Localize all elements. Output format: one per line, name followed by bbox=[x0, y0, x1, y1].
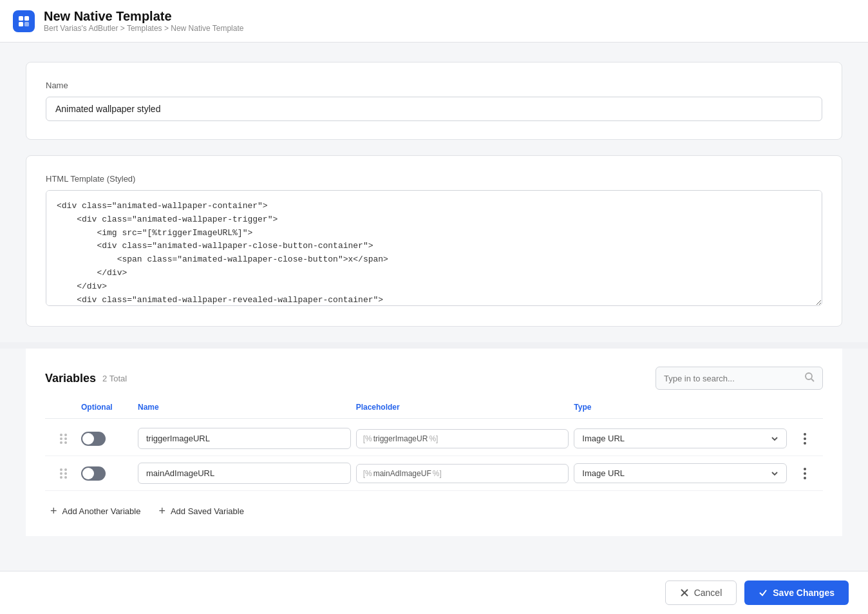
drag-dot bbox=[60, 437, 62, 440]
toggle-optional-1[interactable] bbox=[81, 432, 133, 446]
var-name-input-2[interactable] bbox=[138, 463, 351, 484]
svg-rect-0 bbox=[19, 16, 23, 21]
add-variable-label: Add Another Variable bbox=[62, 506, 141, 516]
toggle-optional-2[interactable] bbox=[81, 466, 133, 481]
html-template-section: HTML Template (Styled) <div class="anima… bbox=[26, 155, 842, 327]
drag-dot bbox=[60, 441, 62, 444]
add-saved-variable-button[interactable]: + Add Saved Variable bbox=[158, 503, 243, 519]
html-template-label: HTML Template (Styled) bbox=[46, 174, 822, 184]
breadcrumb: Bert Varias's AdButler > Templates > New… bbox=[44, 24, 243, 33]
more-button-2[interactable] bbox=[792, 464, 818, 483]
variables-search-box[interactable] bbox=[656, 367, 823, 390]
table-row: [% mainAdImageUF %] Image URL bbox=[45, 456, 823, 491]
name-label: Name bbox=[46, 81, 822, 90]
variables-table-header: Optional Name Placeholder Type bbox=[45, 403, 823, 419]
toggle-switch-2[interactable] bbox=[81, 466, 106, 481]
drag-dot bbox=[64, 472, 67, 475]
type-select-1[interactable]: Image URL bbox=[574, 428, 787, 448]
drag-handle[interactable] bbox=[50, 434, 76, 444]
col-type: Type bbox=[574, 403, 787, 412]
col-optional: Optional bbox=[81, 403, 133, 412]
header-text: New Native Template Bert Varias's AdButl… bbox=[44, 9, 243, 33]
more-dot bbox=[804, 437, 806, 440]
svg-rect-2 bbox=[19, 22, 23, 26]
type-value-2: Image URL bbox=[582, 468, 625, 478]
drag-dot bbox=[60, 468, 62, 471]
col-actions bbox=[792, 403, 818, 412]
name-section: Name bbox=[26, 62, 842, 140]
plus-icon: + bbox=[50, 505, 57, 517]
drag-dot bbox=[64, 476, 67, 479]
drag-dot bbox=[64, 437, 67, 440]
more-dot bbox=[804, 477, 806, 479]
drag-dot bbox=[64, 468, 67, 471]
chevron-down-icon bbox=[771, 435, 778, 443]
drag-dot bbox=[60, 472, 62, 475]
drag-handle[interactable] bbox=[50, 468, 76, 479]
add-saved-variable-label: Add Saved Variable bbox=[171, 506, 244, 516]
app-icon bbox=[13, 10, 35, 32]
col-drag bbox=[50, 403, 76, 412]
svg-line-5 bbox=[811, 379, 814, 381]
more-button-1[interactable] bbox=[792, 429, 818, 448]
table-row: [% triggerImageUR %] Image URL bbox=[45, 421, 823, 456]
more-dot bbox=[804, 433, 806, 436]
variables-title: Variables bbox=[45, 372, 96, 385]
name-input[interactable] bbox=[46, 97, 822, 121]
section-divider bbox=[0, 342, 868, 349]
svg-rect-1 bbox=[24, 16, 29, 21]
var-name-input-1[interactable] bbox=[138, 428, 351, 449]
variables-section: Variables 2 Total Optional Name Placehol… bbox=[26, 349, 842, 536]
page-header: New Native Template Bert Varias's AdButl… bbox=[0, 0, 868, 43]
search-icon bbox=[804, 372, 815, 385]
col-placeholder: Placeholder bbox=[356, 403, 569, 412]
drag-dot bbox=[64, 441, 67, 444]
add-another-variable-button[interactable]: + Add Another Variable bbox=[50, 503, 140, 519]
more-dot bbox=[804, 442, 806, 445]
add-variables-row: + Add Another Variable + Add Saved Varia… bbox=[45, 491, 823, 523]
svg-point-4 bbox=[806, 373, 812, 379]
variables-search-input[interactable] bbox=[664, 374, 799, 383]
plus-icon-2: + bbox=[158, 505, 165, 517]
more-dot bbox=[804, 468, 806, 470]
placeholder-display-2: [% mainAdImageUF %] bbox=[356, 464, 569, 483]
drag-dot bbox=[60, 434, 62, 436]
html-template-input[interactable]: <div class="animated-wallpaper-container… bbox=[46, 190, 822, 306]
drag-dot bbox=[64, 434, 67, 436]
type-select-2[interactable]: Image URL bbox=[574, 463, 787, 483]
toggle-switch-1[interactable] bbox=[81, 432, 106, 446]
type-value-1: Image URL bbox=[582, 434, 625, 443]
page-title: New Native Template bbox=[44, 9, 243, 24]
main-content: Name HTML Template (Styled) <div class="… bbox=[0, 43, 868, 555]
col-name: Name bbox=[138, 403, 351, 412]
drag-dot bbox=[60, 476, 62, 479]
variables-title-group: Variables 2 Total bbox=[45, 372, 127, 385]
more-dot bbox=[804, 472, 806, 475]
variables-count: 2 Total bbox=[102, 374, 127, 383]
svg-rect-3 bbox=[24, 22, 29, 26]
chevron-down-icon bbox=[771, 470, 778, 477]
variables-header: Variables 2 Total bbox=[45, 367, 823, 390]
placeholder-display-1: [% triggerImageUR %] bbox=[356, 429, 569, 448]
